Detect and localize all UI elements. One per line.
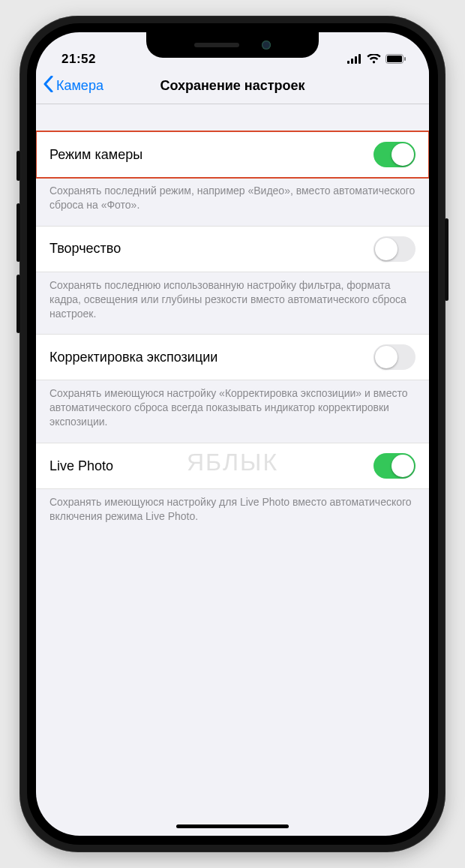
svg-rect-2 bbox=[355, 56, 357, 64]
setting-row-live-photo[interactable]: Live Photo bbox=[36, 443, 429, 489]
back-label: Камера bbox=[56, 78, 104, 94]
toggle-live-photo[interactable] bbox=[374, 453, 416, 479]
volume-down-button bbox=[16, 275, 20, 333]
volume-up-button bbox=[16, 203, 20, 262]
svg-rect-5 bbox=[387, 56, 402, 62]
mute-switch bbox=[16, 151, 20, 181]
setting-row-camera-mode[interactable]: Режим камеры bbox=[36, 131, 429, 178]
notch bbox=[146, 32, 319, 58]
power-button bbox=[445, 218, 448, 301]
home-indicator[interactable] bbox=[176, 824, 289, 828]
setting-footer: Сохранять имеющуюся настройку для Live P… bbox=[36, 489, 429, 537]
back-button[interactable]: Камера bbox=[44, 76, 104, 96]
speaker bbox=[194, 43, 239, 47]
setting-footer: Сохранять имеющуюся настройку «Корректир… bbox=[36, 380, 429, 443]
setting-footer: Сохранять последний режим, например «Вид… bbox=[36, 178, 429, 226]
setting-label: Live Photo bbox=[50, 458, 113, 474]
settings-list: Режим камеры Сохранять последний режим, … bbox=[36, 104, 429, 537]
front-camera bbox=[262, 41, 271, 50]
toggle-exposure[interactable] bbox=[374, 344, 416, 370]
wifi-icon bbox=[367, 53, 381, 67]
status-time: 21:52 bbox=[62, 52, 96, 67]
svg-rect-6 bbox=[404, 57, 406, 61]
setting-footer: Сохранять последнюю использованную настр… bbox=[36, 272, 429, 335]
toggle-creativity[interactable] bbox=[374, 236, 416, 262]
status-icons bbox=[347, 53, 406, 67]
setting-row-creativity[interactable]: Творчество bbox=[36, 226, 429, 272]
nav-bar: Камера Сохранение настроек bbox=[36, 68, 429, 104]
svg-rect-0 bbox=[347, 61, 350, 64]
cellular-icon bbox=[347, 53, 362, 67]
svg-rect-1 bbox=[351, 59, 353, 64]
setting-label: Корректировка экспозиции bbox=[50, 350, 218, 365]
setting-label: Режим камеры bbox=[50, 147, 142, 163]
phone-frame: 21:52 bbox=[20, 16, 446, 852]
battery-icon bbox=[386, 53, 406, 67]
screen: 21:52 bbox=[36, 32, 429, 836]
setting-row-exposure[interactable]: Корректировка экспозиции bbox=[36, 334, 429, 380]
setting-label: Творчество bbox=[50, 241, 121, 257]
toggle-camera-mode[interactable] bbox=[374, 142, 416, 167]
chevron-left-icon bbox=[44, 76, 53, 96]
svg-rect-3 bbox=[358, 54, 361, 64]
